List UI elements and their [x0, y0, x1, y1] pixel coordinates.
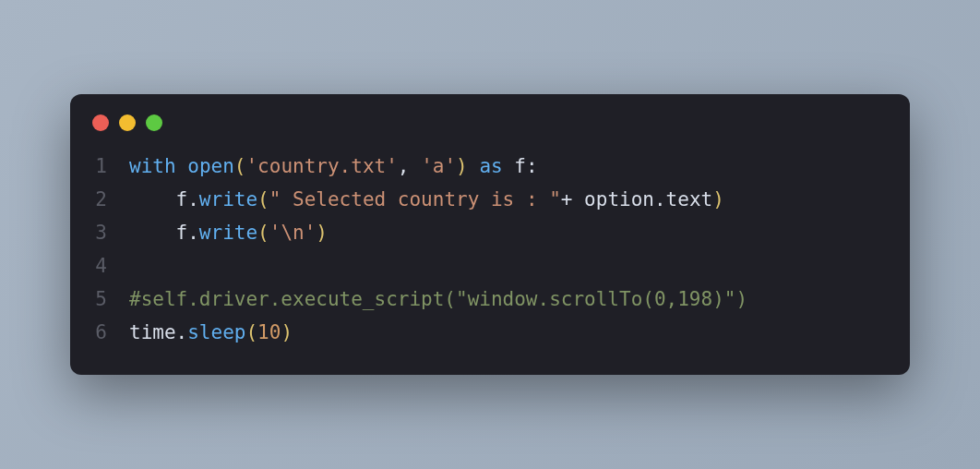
- titlebar: [70, 94, 910, 138]
- code-window: 1with open('country.txt', 'a') as f:2 f.…: [70, 94, 910, 375]
- code-line: 5#self.driver.execute_script("window.scr…: [92, 283, 888, 316]
- minimize-icon[interactable]: [119, 114, 136, 131]
- line-content: time.sleep(10): [129, 316, 293, 349]
- line-number: 4: [92, 249, 129, 283]
- line-number: 2: [92, 183, 129, 216]
- line-content: with open('country.txt', 'a') as f:: [129, 150, 538, 183]
- line-number: 1: [92, 150, 129, 183]
- code-line: 2 f.write(" Selected country is : "+ opt…: [92, 183, 888, 216]
- code-line: 3 f.write('\n'): [92, 216, 888, 249]
- code-line: 1with open('country.txt', 'a') as f:: [92, 150, 888, 183]
- line-content: f.write('\n'): [129, 216, 328, 249]
- line-number: 5: [92, 283, 129, 316]
- line-content: #self.driver.execute_script("window.scro…: [129, 283, 747, 316]
- close-icon[interactable]: [92, 114, 109, 131]
- code-block: 1with open('country.txt', 'a') as f:2 f.…: [70, 138, 910, 375]
- line-number: 3: [92, 216, 129, 249]
- line-content: [129, 249, 141, 283]
- line-content: f.write(" Selected country is : "+ optio…: [129, 183, 724, 216]
- code-line: 6time.sleep(10): [92, 316, 888, 349]
- code-line: 4: [92, 249, 888, 283]
- line-number: 6: [92, 316, 129, 349]
- maximize-icon[interactable]: [146, 114, 162, 131]
